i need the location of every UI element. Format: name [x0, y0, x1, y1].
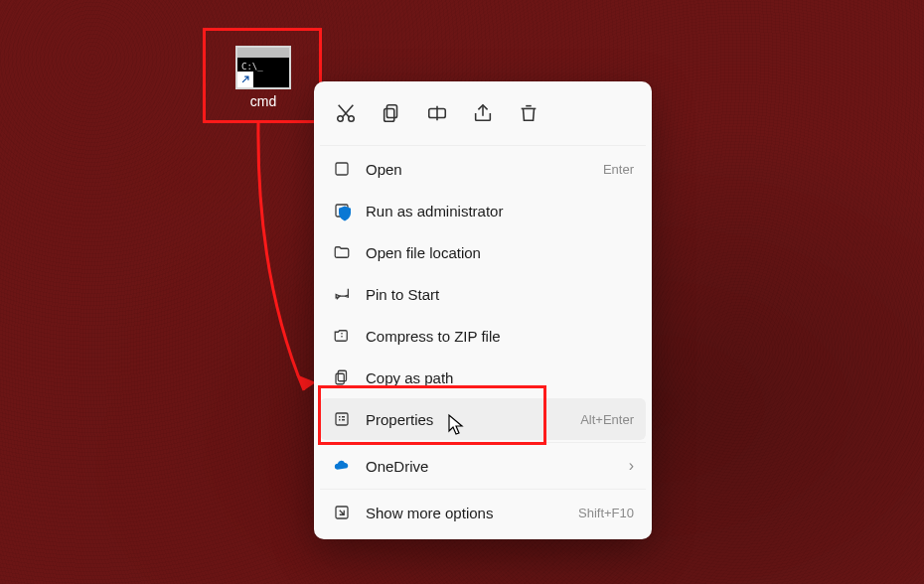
copy-button[interactable] — [372, 93, 411, 133]
menu-item-open[interactable]: Open Enter — [320, 148, 646, 190]
menu-item-compress-zip[interactable]: Compress to ZIP file — [320, 315, 646, 357]
context-menu: Open Enter Run as administrator Open fil… — [314, 81, 652, 539]
properties-icon — [332, 409, 352, 429]
zip-icon — [332, 326, 352, 346]
menu-item-run-as-admin[interactable]: Run as administrator — [320, 190, 646, 231]
menu-label: Copy as path — [366, 369, 634, 386]
menu-label: Open — [366, 161, 589, 178]
menu-item-properties[interactable]: Properties Alt+Enter — [320, 398, 646, 440]
cmd-prompt-text: C:\_ — [241, 62, 263, 72]
share-button[interactable] — [463, 93, 503, 133]
onedrive-icon — [332, 456, 352, 476]
pin-icon — [332, 284, 352, 304]
svg-point-0 — [338, 116, 344, 122]
menu-shortcut: Alt+Enter — [580, 412, 634, 427]
folder-icon — [332, 242, 352, 262]
menu-item-open-file-location[interactable]: Open file location — [320, 231, 646, 273]
menu-label: Open file location — [366, 244, 634, 261]
svg-rect-5 — [336, 163, 348, 175]
svg-point-1 — [349, 116, 355, 122]
svg-rect-3 — [385, 108, 394, 121]
menu-item-onedrive[interactable]: OneDrive › — [320, 445, 646, 487]
menu-shortcut: Enter — [603, 162, 634, 177]
menu-label: OneDrive — [366, 458, 615, 475]
menu-shortcut: Shift+F10 — [578, 506, 634, 520]
svg-rect-8 — [336, 373, 344, 384]
share-icon — [472, 102, 494, 124]
delete-button[interactable] — [509, 93, 548, 133]
more-options-icon — [332, 503, 352, 522]
menu-label: Run as administrator — [366, 203, 634, 219]
svg-rect-9 — [336, 413, 348, 425]
annotation-arrow — [209, 117, 328, 405]
menu-item-copy-as-path[interactable]: Copy as path — [320, 357, 646, 398]
admin-icon — [332, 201, 352, 220]
context-menu-top-actions — [320, 87, 646, 143]
cmd-icon: C:\_ — [235, 46, 291, 89]
cut-button[interactable] — [326, 93, 366, 133]
rename-button[interactable] — [417, 93, 457, 133]
desktop-shortcut-cmd[interactable]: C:\_ cmd — [231, 46, 296, 109]
menu-label: Show more options — [366, 505, 564, 521]
cut-icon — [335, 102, 357, 124]
shortcut-overlay-icon — [237, 72, 253, 87]
chevron-right-icon: › — [629, 457, 634, 475]
divider — [320, 442, 646, 443]
menu-item-show-more-options[interactable]: Show more options Shift+F10 — [320, 492, 646, 533]
svg-rect-2 — [386, 105, 396, 118]
delete-icon — [518, 102, 539, 124]
desktop-icon-label: cmd — [231, 93, 296, 109]
open-icon — [332, 159, 352, 179]
rename-icon — [426, 102, 448, 124]
menu-label: Properties — [366, 411, 566, 428]
menu-label: Pin to Start — [366, 286, 634, 303]
menu-item-pin-to-start[interactable]: Pin to Start — [320, 273, 646, 315]
divider — [320, 145, 646, 146]
menu-label: Compress to ZIP file — [366, 328, 634, 345]
copy-path-icon — [332, 367, 352, 387]
svg-rect-7 — [338, 370, 346, 381]
divider — [320, 489, 646, 490]
copy-icon — [381, 102, 402, 124]
